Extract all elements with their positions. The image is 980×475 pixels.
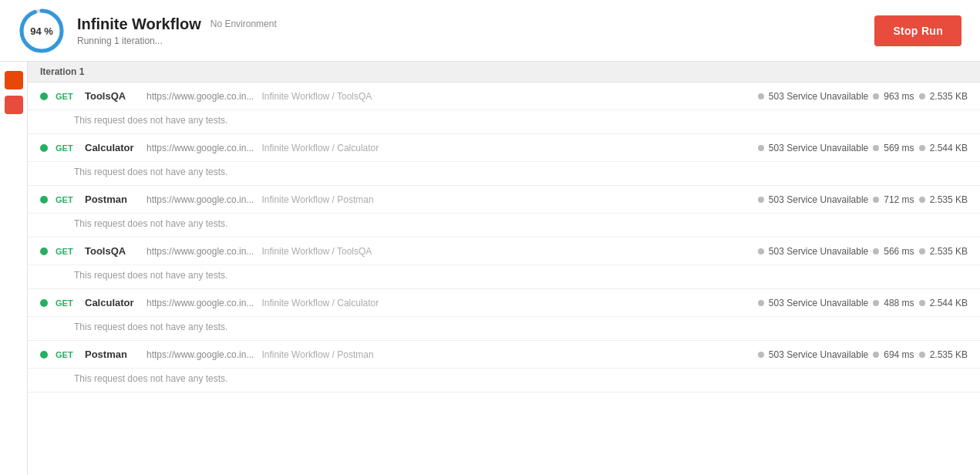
- response-size: 2.535 KB: [930, 246, 968, 257]
- status-indicator-dot: [758, 352, 764, 358]
- response-time: 963 ms: [884, 91, 914, 102]
- response-size: 2.544 KB: [930, 143, 968, 153]
- method-badge: GET: [56, 350, 77, 359]
- workflow-title: Infinite Workflow: [77, 15, 201, 33]
- no-tests-message: This request does not have any tests.: [28, 162, 980, 185]
- response-status: 503 Service Unavailable: [769, 349, 868, 360]
- time-indicator-dot: [873, 197, 879, 203]
- request-row[interactable]: GET Calculator https://www.google.co.in.…: [28, 134, 980, 162]
- request-stats: 503 Service Unavailable 694 ms 2.535 KB: [758, 349, 968, 360]
- time-indicator-dot: [873, 93, 879, 99]
- response-status: 503 Service Unavailable: [769, 298, 868, 308]
- response-size: 2.535 KB: [930, 194, 968, 205]
- request-group: GET ToolsQA https://www.google.co.in... …: [28, 238, 980, 289]
- request-row[interactable]: GET Calculator https://www.google.co.in.…: [28, 289, 980, 317]
- status-dot-green: [40, 248, 48, 255]
- request-path: Infinite Workflow / Postman: [261, 194, 749, 205]
- request-path: Infinite Workflow / Calculator: [261, 298, 749, 308]
- response-size: 2.535 KB: [930, 91, 968, 102]
- running-status: Running 1 iteration...: [77, 35, 277, 46]
- request-group: GET ToolsQA https://www.google.co.in... …: [28, 83, 980, 134]
- header-left: 94 % Infinite Workflow No Environment Ru…: [19, 8, 277, 54]
- response-size: 2.544 KB: [930, 298, 968, 308]
- no-tests-message: This request does not have any tests.: [28, 214, 980, 237]
- size-indicator-dot: [919, 145, 925, 151]
- size-indicator-dot: [919, 93, 925, 99]
- response-status: 503 Service Unavailable: [769, 246, 868, 257]
- method-badge: GET: [56, 195, 77, 204]
- header-info: Infinite Workflow No Environment Running…: [77, 15, 277, 46]
- request-row[interactable]: GET Postman https://www.google.co.in... …: [28, 341, 980, 369]
- request-url: https://www.google.co.in...: [146, 349, 254, 360]
- time-indicator-dot: [873, 145, 879, 151]
- sidebar-strip: [0, 62, 28, 475]
- request-url: https://www.google.co.in...: [146, 194, 254, 205]
- size-indicator-dot: [919, 197, 925, 203]
- method-badge: GET: [56, 92, 77, 101]
- request-name: Calculator: [85, 297, 139, 308]
- sidebar-icon-orange[interactable]: [5, 71, 23, 89]
- response-time: 566 ms: [884, 246, 914, 257]
- iteration-header: Iteration 1: [28, 62, 980, 83]
- stop-run-button[interactable]: Stop Run: [874, 15, 961, 46]
- main-layout: Iteration 1 GET ToolsQA https://www.goog…: [0, 62, 980, 475]
- request-row[interactable]: GET ToolsQA https://www.google.co.in... …: [28, 238, 980, 265]
- size-indicator-dot: [919, 300, 925, 306]
- status-dot-green: [40, 144, 48, 152]
- content-area: Iteration 1 GET ToolsQA https://www.goog…: [28, 62, 980, 475]
- no-tests-message: This request does not have any tests.: [28, 265, 980, 288]
- no-tests-message: This request does not have any tests.: [28, 317, 980, 340]
- request-group: GET Postman https://www.google.co.in... …: [28, 186, 980, 238]
- app-header: 94 % Infinite Workflow No Environment Ru…: [0, 0, 980, 62]
- status-indicator-dot: [758, 145, 764, 151]
- response-status: 503 Service Unavailable: [769, 194, 868, 205]
- no-tests-message: This request does not have any tests.: [28, 369, 980, 392]
- status-indicator-dot: [758, 300, 764, 306]
- time-indicator-dot: [873, 300, 879, 306]
- request-url: https://www.google.co.in...: [146, 143, 254, 153]
- request-name: Postman: [85, 194, 139, 205]
- requests-container: GET ToolsQA https://www.google.co.in... …: [28, 83, 980, 392]
- status-dot-green: [40, 196, 48, 204]
- size-indicator-dot: [919, 352, 925, 358]
- response-size: 2.535 KB: [930, 349, 968, 360]
- request-group: GET Calculator https://www.google.co.in.…: [28, 289, 980, 341]
- request-stats: 503 Service Unavailable 569 ms 2.544 KB: [758, 143, 968, 153]
- header-title-row: Infinite Workflow No Environment: [77, 15, 277, 33]
- no-tests-message: This request does not have any tests.: [28, 110, 980, 133]
- method-badge: GET: [56, 298, 77, 308]
- request-row[interactable]: GET Postman https://www.google.co.in... …: [28, 186, 980, 214]
- request-url: https://www.google.co.in...: [146, 91, 254, 102]
- response-time: 694 ms: [884, 349, 914, 360]
- request-group: GET Calculator https://www.google.co.in.…: [28, 134, 980, 186]
- status-dot-green: [40, 351, 48, 359]
- request-name: Postman: [85, 349, 139, 360]
- progress-circle: 94 %: [19, 8, 65, 54]
- env-badge: No Environment: [210, 19, 277, 29]
- time-indicator-dot: [873, 352, 879, 358]
- request-name: Calculator: [85, 142, 139, 153]
- progress-label: 94 %: [30, 25, 53, 36]
- request-name: ToolsQA: [85, 90, 139, 102]
- request-url: https://www.google.co.in...: [146, 298, 254, 308]
- response-status: 503 Service Unavailable: [769, 91, 868, 102]
- request-stats: 503 Service Unavailable 488 ms 2.544 KB: [758, 298, 968, 308]
- status-indicator-dot: [758, 197, 764, 203]
- status-dot-green: [40, 299, 48, 307]
- request-stats: 503 Service Unavailable 566 ms 2.535 KB: [758, 246, 968, 257]
- sidebar-icon-red[interactable]: [5, 96, 23, 114]
- status-indicator-dot: [758, 93, 764, 99]
- request-path: Infinite Workflow / Calculator: [261, 143, 749, 153]
- request-row[interactable]: GET ToolsQA https://www.google.co.in... …: [28, 83, 980, 110]
- method-badge: GET: [56, 247, 77, 256]
- time-indicator-dot: [873, 248, 879, 254]
- request-stats: 503 Service Unavailable 963 ms 2.535 KB: [758, 91, 968, 102]
- request-url: https://www.google.co.in...: [146, 246, 254, 257]
- request-path: Infinite Workflow / ToolsQA: [261, 246, 749, 257]
- response-time: 569 ms: [884, 143, 914, 153]
- size-indicator-dot: [919, 248, 925, 254]
- request-stats: 503 Service Unavailable 712 ms 2.535 KB: [758, 194, 968, 205]
- request-path: Infinite Workflow / Postman: [261, 349, 749, 360]
- response-time: 712 ms: [884, 194, 914, 205]
- response-time: 488 ms: [884, 298, 914, 308]
